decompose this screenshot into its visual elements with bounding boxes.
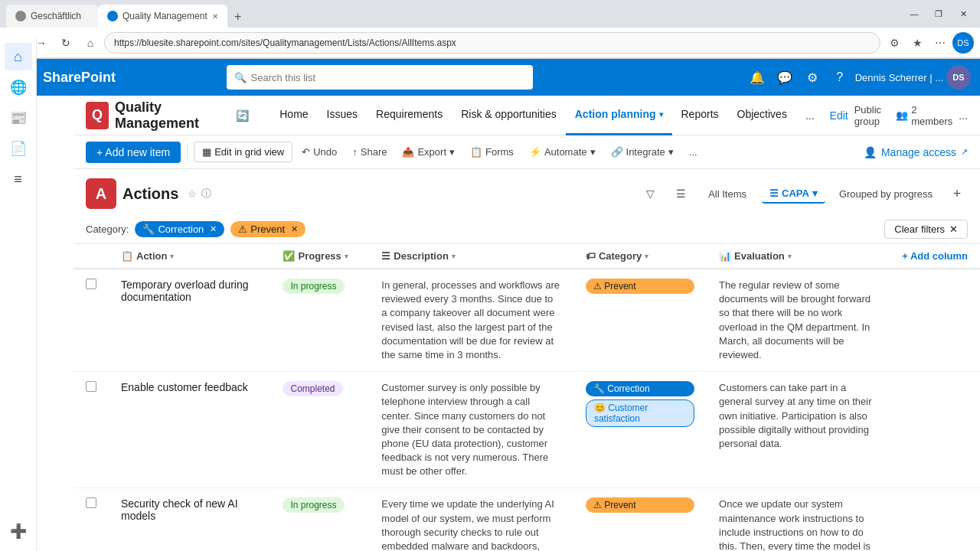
- row2-customer-sat-badge[interactable]: 😊 Customer satisfaction: [586, 399, 694, 427]
- sidebar-icon-news[interactable]: 📰: [5, 104, 32, 132]
- view-selector[interactable]: ☰ CAPA ▾: [762, 184, 825, 204]
- members-count[interactable]: 👥 2 members: [896, 104, 952, 127]
- th-description-inner[interactable]: ☰ Description ▾: [381, 250, 561, 262]
- undo-btn[interactable]: ↶ Undo: [296, 142, 343, 161]
- filter-tag-correction-close[interactable]: ✕: [210, 224, 217, 234]
- integrate-icon: 🔗: [611, 146, 623, 158]
- row2-selector[interactable]: [74, 372, 109, 488]
- nav-item-objectives[interactable]: Objectives: [728, 96, 796, 135]
- clear-filters-icon: ✕: [949, 223, 958, 235]
- row3-eval-text: Once we update our system maintenance wo…: [719, 498, 871, 551]
- nav-more-btn[interactable]: ...: [796, 96, 824, 135]
- row1-prevent-badge[interactable]: ⚠ Prevent: [586, 279, 694, 294]
- sharepoint-logo[interactable]: SharePoint: [43, 70, 116, 86]
- grouped-by-btn[interactable]: Grouped by progress: [831, 185, 940, 203]
- nav-item-issues[interactable]: Issues: [318, 96, 367, 135]
- table-container: 📋 Action ▾ ✅ Progress ▾: [74, 244, 980, 551]
- clear-filters-btn[interactable]: Clear filters ✕: [884, 220, 968, 239]
- win-minimize-btn[interactable]: —: [903, 6, 925, 21]
- site-sync-icon[interactable]: 🔄: [236, 109, 249, 122]
- list-favorite-icon[interactable]: ☆: [188, 188, 197, 200]
- members-more-btn[interactable]: ...: [959, 109, 968, 122]
- row1-action-name[interactable]: Temporary overload during documentation: [121, 279, 249, 303]
- th-progress-inner[interactable]: ✅ Progress ▾: [283, 250, 357, 262]
- th-action-inner[interactable]: 📋 Action ▾: [121, 250, 258, 262]
- chat-btn[interactable]: 💬: [773, 65, 797, 90]
- row3-category: ⚠ Prevent: [573, 488, 707, 551]
- more-toolbar-btn[interactable]: ...: [683, 142, 704, 161]
- share-btn[interactable]: ↑ Share: [346, 142, 393, 161]
- settings-btn[interactable]: ⚙: [800, 65, 825, 90]
- tab-close-btn[interactable]: ✕: [212, 12, 218, 21]
- favorites-btn[interactable]: ★: [906, 32, 928, 54]
- export-btn[interactable]: 📤 Export ▾: [396, 142, 461, 161]
- list-title-actions: ☆ ⓘ: [188, 187, 211, 201]
- th-action-icon: 📋: [121, 250, 133, 262]
- notifications-btn[interactable]: 🔔: [745, 65, 769, 90]
- row2-action-name[interactable]: Enable customer feedback: [121, 381, 248, 393]
- address-text: https://bluesite.sharepoint.com/sites/Qu…: [114, 37, 456, 48]
- address-bar[interactable]: https://bluesite.sharepoint.com/sites/Qu…: [104, 32, 880, 54]
- site-title[interactable]: Quality Management: [115, 99, 227, 132]
- forms-btn[interactable]: 📋 Forms: [464, 142, 520, 161]
- win-restore-btn[interactable]: ❐: [928, 6, 949, 21]
- th-selector: [74, 244, 109, 269]
- browser-tab-geschäftlich[interactable]: Geschäftlich: [6, 5, 98, 28]
- add-new-item-btn[interactable]: + Add new item: [86, 142, 181, 163]
- row2-eval-text: Customers can take part in a general sur…: [719, 382, 871, 449]
- th-description: ☰ Description ▾: [369, 244, 573, 269]
- manage-access-btn[interactable]: 👤 Manage access ↗: [864, 146, 968, 158]
- search-box[interactable]: 🔍: [227, 65, 533, 90]
- home-nav-btn[interactable]: ⌂: [80, 32, 101, 54]
- user-avatar[interactable]: DS: [946, 65, 971, 90]
- nav-item-requirements[interactable]: Requirements: [367, 96, 452, 135]
- automate-btn[interactable]: ⚡ Automate ▾: [523, 142, 602, 161]
- refresh-btn[interactable]: ↻: [55, 32, 77, 54]
- filter-category-label: Category:: [86, 223, 129, 235]
- sidebar-icon-add[interactable]: ➕: [5, 517, 32, 545]
- row3-prevent-badge[interactable]: ⚠ Prevent: [586, 497, 694, 513]
- nav-item-action-planning[interactable]: Action planning ▾: [566, 96, 672, 135]
- list-info-icon[interactable]: ⓘ: [201, 187, 211, 201]
- browser-settings-btn[interactable]: ⋯: [929, 32, 951, 54]
- export-icon: 📤: [402, 146, 414, 158]
- filter-btn[interactable]: ▽: [638, 181, 662, 206]
- edit-site-btn[interactable]: Edit: [830, 109, 848, 122]
- filter-tag-prevent-close[interactable]: ✕: [291, 224, 298, 234]
- sidebar-icon-home[interactable]: ⌂: [5, 43, 32, 70]
- browser-profile-btn[interactable]: DS: [952, 32, 974, 54]
- site-icon[interactable]: Q: [86, 102, 109, 129]
- add-view-btn[interactable]: +: [946, 183, 968, 204]
- row1-selector[interactable]: [74, 269, 109, 372]
- nav-item-risk[interactable]: Risk & opportunities: [452, 96, 566, 135]
- sidebar-icon-globe[interactable]: 🌐: [5, 73, 32, 101]
- row2-correction-badge[interactable]: 🔧 Correction: [586, 381, 694, 396]
- automate-icon: ⚡: [529, 146, 541, 158]
- extensions-btn[interactable]: ⚙: [884, 32, 905, 54]
- browser-tab-qm[interactable]: Quality Management ✕: [98, 5, 227, 28]
- row3-evaluation: Once we update our system maintenance wo…: [707, 488, 890, 551]
- filter-tag-correction[interactable]: 🔧 Correction ✕: [135, 221, 224, 237]
- row3-action-name[interactable]: Security check of new AI models: [121, 497, 238, 522]
- filter-tag-correction-icon: 🔧: [142, 223, 155, 235]
- filter-tag-prevent[interactable]: ⚠ Prevent ✕: [230, 221, 305, 237]
- group-btn[interactable]: ☰: [668, 181, 693, 206]
- row2-desc-text: Customer survey is only possible by tele…: [381, 382, 548, 477]
- new-tab-btn[interactable]: +: [227, 6, 249, 28]
- all-items-btn[interactable]: All Items: [699, 185, 756, 203]
- sidebar-icon-list[interactable]: ≡: [5, 165, 32, 193]
- search-input[interactable]: [251, 72, 525, 83]
- manage-access-arrow-icon: ↗: [961, 147, 968, 157]
- nav-item-home[interactable]: Home: [270, 96, 317, 135]
- help-btn[interactable]: ?: [828, 65, 852, 90]
- nav-item-reports[interactable]: Reports: [672, 96, 728, 135]
- add-column-btn[interactable]: + Add column: [902, 250, 968, 262]
- sidebar-icon-doc[interactable]: 📄: [5, 135, 32, 162]
- th-category-inner[interactable]: 🏷 Category ▾: [586, 250, 694, 262]
- integrate-btn[interactable]: 🔗 Integrate ▾: [605, 142, 680, 161]
- edit-grid-btn[interactable]: ▦ Edit in grid view: [194, 142, 292, 162]
- th-add-column[interactable]: + Add column: [890, 244, 980, 269]
- row3-selector[interactable]: [74, 488, 109, 551]
- win-close-btn[interactable]: ✕: [952, 6, 974, 21]
- th-evaluation-inner[interactable]: 📊 Evaluation ▾: [719, 250, 877, 262]
